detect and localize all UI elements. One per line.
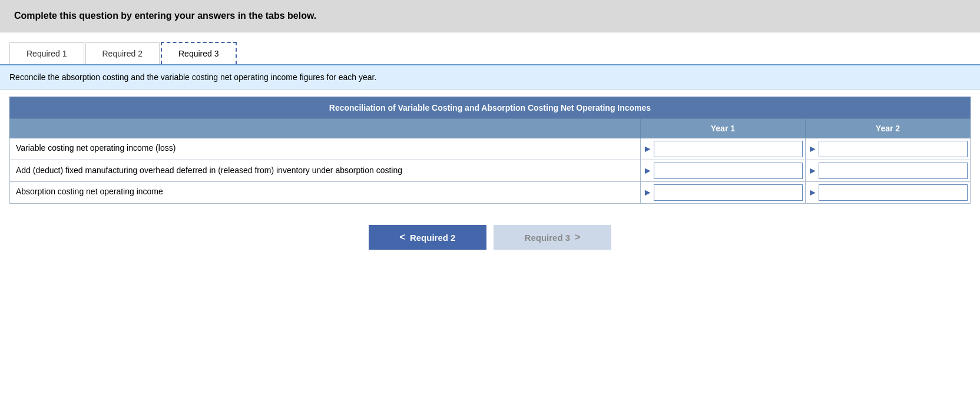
tab-required3[interactable]: Required 3 <box>161 42 237 64</box>
row2-label: Add (deduct) fixed manufacturing overhea… <box>10 160 641 182</box>
row3-year1-cell: ► <box>640 182 805 204</box>
table-row: Absorption costing net operating income … <box>10 182 971 204</box>
row1-year1-cell: ► <box>640 138 805 160</box>
row1-year1-input[interactable] <box>654 141 803 157</box>
content-area: Reconcile the absorption costing and the… <box>0 65 980 264</box>
col-headers-row: Year 1 Year 2 <box>10 119 971 138</box>
table-title: Reconciliation of Variable Costing and A… <box>10 97 971 119</box>
prev-button-label: Required 2 <box>410 233 456 243</box>
header-banner: Complete this question by entering your … <box>0 0 980 32</box>
tabs-row: Required 1 Required 2 Required 3 <box>9 42 971 64</box>
row1-year1-input-wrapper: ► <box>643 140 803 158</box>
row3-year1-input[interactable] <box>654 184 803 201</box>
row3-year1-arrow-icon: ► <box>643 188 653 197</box>
row3-year2-input-wrapper: ► <box>808 183 968 202</box>
bottom-nav: < Required 2 Required 3 > <box>0 211 980 264</box>
reconciliation-table: Reconciliation of Variable Costing and A… <box>9 97 971 204</box>
row3-year2-cell: ► <box>805 182 970 204</box>
row3-year2-input[interactable] <box>819 184 968 201</box>
tab-required1[interactable]: Required 1 <box>9 42 84 64</box>
page-title: Complete this question by entering your … <box>14 11 316 21</box>
row3-year1-input-wrapper: ► <box>643 183 803 202</box>
row1-year2-input-wrapper: ► <box>808 140 968 158</box>
row2-year1-input[interactable] <box>654 163 803 179</box>
row1-year2-cell: ► <box>805 138 970 160</box>
row1-label: Variable costing net operating income (l… <box>10 138 641 160</box>
page-wrapper: Complete this question by entering your … <box>0 0 980 404</box>
prev-button[interactable]: < Required 2 <box>369 225 486 250</box>
next-chevron-icon: > <box>575 232 580 243</box>
row2-year1-cell: ► <box>640 160 805 182</box>
row1-year2-arrow-icon: ► <box>808 144 817 154</box>
row2-year2-arrow-icon: ► <box>808 166 817 175</box>
table-row: Variable costing net operating income (l… <box>10 138 971 160</box>
next-button-label: Required 3 <box>525 233 571 243</box>
table-title-row: Reconciliation of Variable Costing and A… <box>10 97 971 119</box>
col-header-year2: Year 2 <box>805 119 970 138</box>
col-header-label <box>10 119 641 138</box>
tab-required2[interactable]: Required 2 <box>85 42 160 64</box>
row2-year2-cell: ► <box>805 160 970 182</box>
row1-year2-input[interactable] <box>819 141 968 157</box>
row2-year2-input[interactable] <box>819 163 968 179</box>
table-row: Add (deduct) fixed manufacturing overhea… <box>10 160 971 182</box>
row2-year1-arrow-icon: ► <box>643 166 653 175</box>
table-container: Reconciliation of Variable Costing and A… <box>0 90 980 211</box>
row1-year1-arrow-icon: ► <box>643 144 653 154</box>
tabs-section: Required 1 Required 2 Required 3 <box>0 32 980 65</box>
col-header-year1: Year 1 <box>640 119 805 138</box>
row2-year2-input-wrapper: ► <box>808 161 968 180</box>
row3-label: Absorption costing net operating income <box>10 182 641 204</box>
instruction-bar: Reconcile the absorption costing and the… <box>0 65 980 90</box>
row2-year1-input-wrapper: ► <box>643 161 803 180</box>
next-button[interactable]: Required 3 > <box>494 225 611 250</box>
instruction-text: Reconcile the absorption costing and the… <box>9 72 376 82</box>
row3-year2-arrow-icon: ► <box>808 188 817 197</box>
prev-chevron-icon: < <box>400 232 405 243</box>
